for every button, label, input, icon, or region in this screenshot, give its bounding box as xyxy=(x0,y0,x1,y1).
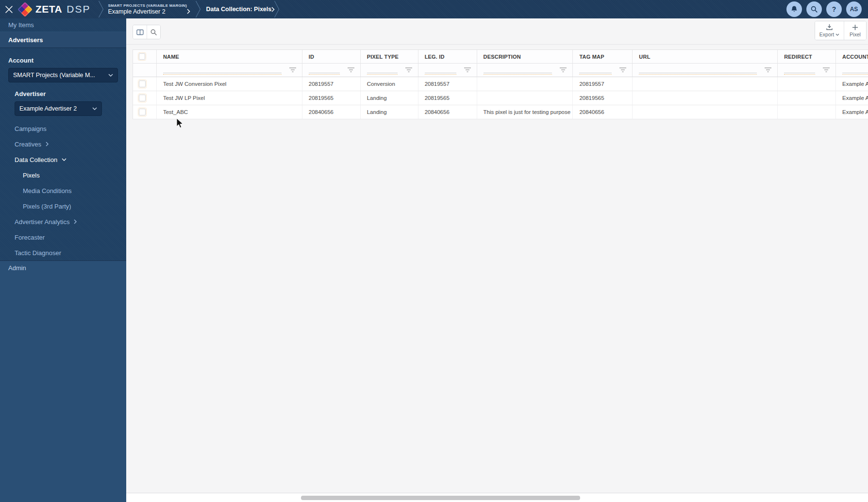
row-checkbox[interactable] xyxy=(139,95,146,101)
advertiser-label: Advertiser xyxy=(15,90,126,97)
sidebar-item-label: Tactic Diagnoser xyxy=(15,249,61,257)
filter-input-tag-map[interactable] xyxy=(579,66,612,73)
row-checkbox[interactable] xyxy=(139,81,146,87)
filter-icon[interactable] xyxy=(347,67,355,73)
chevron-down-icon xyxy=(835,33,839,36)
account-select-value: SMART Projects (Variable M... xyxy=(13,72,95,79)
sidebar-item-pixels[interactable]: Pixels xyxy=(0,167,126,183)
filter-input-pixel-type[interactable] xyxy=(367,66,398,73)
search-button[interactable] xyxy=(806,1,822,17)
scrollbar-thumb[interactable] xyxy=(301,496,580,500)
sidebar-item-label: Forecaster xyxy=(15,234,45,241)
filter-icon[interactable] xyxy=(619,67,627,73)
column-header-redirect[interactable]: REDIRECT xyxy=(778,50,836,63)
export-label: Export xyxy=(819,32,834,37)
cell-tag-map: 20840656 xyxy=(573,105,633,119)
column-header-url[interactable]: URL xyxy=(633,50,778,63)
breadcrumb-advertiser[interactable]: SMART PROJECTS (VARIABLE MARGIN) Example… xyxy=(108,0,187,18)
sidebar-item-label: Data Collection xyxy=(15,156,57,163)
row-checkbox[interactable] xyxy=(139,109,146,115)
sidebar-item-label: Pixels (3rd Party) xyxy=(23,203,71,210)
avatar[interactable]: AS xyxy=(846,1,862,17)
filter-icon[interactable] xyxy=(289,67,297,73)
breadcrumb-label: Example Advertiser 2 xyxy=(108,8,187,15)
sidebar-item-forecaster[interactable]: Forecaster xyxy=(0,229,126,245)
filter-icon[interactable] xyxy=(822,67,830,73)
table-row[interactable]: Test_ABC 20840656 Landing 20840656 This … xyxy=(133,105,868,119)
filter-icon[interactable] xyxy=(764,67,772,73)
breadcrumb-current[interactable]: Data Collection: Pixels xyxy=(206,0,270,18)
column-header-pixel-type[interactable]: PIXEL TYPE xyxy=(361,50,418,63)
sidebar-item-my-items[interactable]: My Items xyxy=(0,18,126,32)
zeta-diamond-icon xyxy=(17,2,33,17)
cell-description: This pixel is just for testing purpose xyxy=(477,105,573,119)
filter-input-id[interactable] xyxy=(309,66,340,73)
select-all-checkbox[interactable] xyxy=(139,53,145,60)
filter-icon[interactable] xyxy=(559,67,567,73)
cell-pixel-type: Landing xyxy=(361,91,418,105)
filter-input-name[interactable] xyxy=(163,66,282,73)
column-header-leg-id[interactable]: LEG. ID xyxy=(418,50,477,63)
columns-button[interactable] xyxy=(133,25,147,39)
cell-pixel-type: Conversion xyxy=(361,77,418,91)
cell-name: Test_ABC xyxy=(157,105,302,119)
advertiser-select-value: Example Advertiser 2 xyxy=(19,105,77,112)
column-header-account[interactable]: ACCOUNT xyxy=(836,50,868,63)
account-select[interactable]: SMART Projects (Variable M... xyxy=(8,68,118,82)
table-tools xyxy=(133,25,161,39)
help-label: ? xyxy=(832,5,836,13)
cell-redirect xyxy=(778,91,836,105)
column-header-tag-map[interactable]: TAG MAP xyxy=(573,50,633,63)
filter-input-leg-id[interactable] xyxy=(425,66,456,73)
account-section: Account SMART Projects (Variable M... xyxy=(0,48,126,82)
column-header-name[interactable]: NAME xyxy=(157,50,302,63)
notifications-button[interactable] xyxy=(786,1,802,17)
close-icon[interactable] xyxy=(0,0,17,18)
sidebar-nav: Campaigns Creatives Data Collection Pixe… xyxy=(0,121,126,260)
cell-account: Example Advertiser 2 xyxy=(836,105,868,119)
export-button[interactable]: Export xyxy=(815,21,844,40)
cell-leg-id: 20819565 xyxy=(418,91,477,105)
pixel-label: Pixel xyxy=(850,32,861,37)
table-header-row: NAME ID PIXEL TYPE LEG. ID DESCRIPTION T… xyxy=(133,50,868,64)
bell-icon xyxy=(790,5,798,13)
sidebar-item-label: Creatives xyxy=(15,141,41,148)
pixels-table: NAME ID PIXEL TYPE LEG. ID DESCRIPTION T… xyxy=(133,49,868,119)
sidebar-item-data-collection[interactable]: Data Collection xyxy=(0,152,126,167)
sidebar-item-advertisers[interactable]: Advertisers xyxy=(0,32,126,48)
cell-url xyxy=(633,91,778,105)
sidebar-item-pixels-3rd-party[interactable]: Pixels (3rd Party) xyxy=(0,198,126,214)
sidebar-item-tactic-diagnoser[interactable]: Tactic Diagnoser xyxy=(0,245,126,260)
add-pixel-button[interactable]: Pixel xyxy=(844,21,866,40)
filter-input-account[interactable] xyxy=(842,66,868,73)
zeta-logo: ZETA DSP xyxy=(19,0,90,18)
table-row[interactable]: Test JW LP Pixel 20819565 Landing 208195… xyxy=(133,91,868,105)
sidebar-item-media-conditions[interactable]: Media Conditions xyxy=(0,183,126,198)
columns-icon xyxy=(136,29,144,35)
cell-account: Example Advertiser 2 xyxy=(836,91,868,105)
sidebar-item-creatives[interactable]: Creatives xyxy=(0,136,126,152)
topbar-actions: ? AS xyxy=(786,1,862,17)
breadcrumb-current-label: Data Collection: Pixels xyxy=(206,6,271,13)
cell-redirect xyxy=(778,77,836,91)
column-header-id[interactable]: ID xyxy=(302,50,361,63)
filter-input-url[interactable] xyxy=(639,66,757,73)
sidebar-item-campaigns[interactable]: Campaigns xyxy=(0,121,126,136)
sidebar-item-advertiser-analytics[interactable]: Advertiser Analytics xyxy=(0,214,126,229)
table-search-button[interactable] xyxy=(147,25,160,39)
cell-description xyxy=(477,77,573,91)
sidebar-item-label: Media Conditions xyxy=(23,187,71,194)
sidebar-item-label: My Items xyxy=(8,21,34,29)
filter-icon[interactable] xyxy=(405,67,413,73)
advertiser-select[interactable]: Example Advertiser 2 xyxy=(15,101,102,116)
breadcrumb-eyebrow: SMART PROJECTS (VARIABLE MARGIN) xyxy=(108,3,187,8)
filter-icon[interactable] xyxy=(464,67,471,73)
sidebar-item-admin[interactable]: Admin xyxy=(0,260,126,275)
column-header-description[interactable]: DESCRIPTION xyxy=(477,50,573,63)
table-row[interactable]: Test JW Conversion Pixel 20819557 Conver… xyxy=(133,77,868,91)
help-button[interactable]: ? xyxy=(826,1,842,17)
account-label: Account xyxy=(8,57,118,64)
filter-input-redirect[interactable] xyxy=(784,66,815,73)
cell-tag-map: 20819565 xyxy=(573,91,633,105)
filter-input-description[interactable] xyxy=(484,66,552,73)
